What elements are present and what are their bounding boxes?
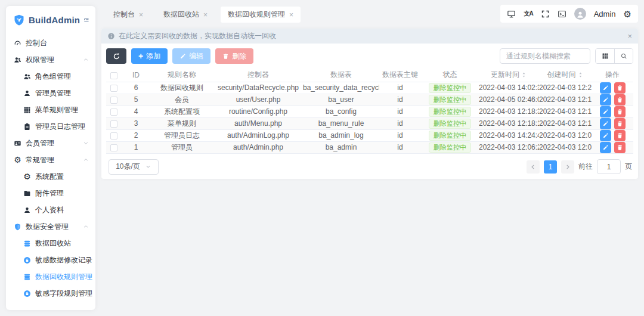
row-checkbox[interactable] (110, 97, 117, 104)
cell-controller: auth/Admin.php (213, 141, 303, 153)
chevron-up-icon (82, 156, 89, 163)
users-icon (14, 56, 21, 64)
delete-row-button[interactable] (614, 82, 626, 94)
sidebar-item-dashboard[interactable]: 控制台 (6, 35, 95, 51)
delete-button[interactable]: 删除 (215, 48, 253, 64)
column-header-id: ID (122, 69, 150, 82)
delete-row-button[interactable] (614, 106, 626, 117)
tab-close-icon[interactable]: × (203, 11, 208, 18)
translate-icon[interactable]: 文A (524, 10, 532, 18)
column-header-label: ID (132, 71, 140, 79)
user-name[interactable]: Admin (594, 10, 616, 18)
next-page-button[interactable] (561, 160, 574, 174)
delete-row-button[interactable] (614, 118, 626, 129)
cell-status: 删除监控中 (421, 82, 479, 94)
avatar[interactable] (574, 8, 586, 20)
table-header-row: ID规则名称控制器数据表数据表主键状态更新时间创建时间操作 (106, 69, 633, 82)
column-header-created[interactable]: 创建时间 (539, 69, 592, 82)
page-size-select[interactable]: 10条/页 (109, 159, 159, 175)
pagination: 10条/页 1 前往 页 (101, 154, 638, 175)
cell-id: 6 (122, 82, 150, 94)
edit-row-button[interactable] (600, 118, 611, 129)
sidebar-item-auth[interactable]: 权限管理 (6, 51, 95, 68)
column-toggle-button[interactable] (596, 49, 614, 63)
cell-controller: user/User.php (213, 94, 303, 106)
edit-row-button[interactable] (600, 142, 611, 153)
sidebar-item-label: 敏感字段规则管理 (35, 289, 92, 299)
database-icon (23, 240, 31, 247)
pencil-icon (602, 120, 609, 127)
chevron-right-icon (565, 164, 571, 170)
edit-row-button[interactable] (600, 106, 611, 117)
edit-row-button[interactable] (600, 94, 611, 106)
sidebar-item-auth-log[interactable]: 管理员日志管理 (6, 118, 95, 135)
select-all-header-cell (106, 69, 122, 82)
select-all-checkbox[interactable] (110, 72, 117, 79)
row-checkbox[interactable] (110, 85, 117, 92)
sidebar-item-auth-group[interactable]: 角色组管理 (6, 68, 95, 85)
search-toggle-button[interactable] (614, 49, 633, 63)
sidebar-item-recycle-bin[interactable]: 数据回收站 (6, 235, 95, 252)
row-checkbox[interactable] (110, 144, 117, 151)
edit-button[interactable]: 编辑 (172, 48, 210, 64)
edit-row-button[interactable] (600, 130, 611, 141)
tab-console[interactable]: 控制台× (106, 7, 150, 23)
cell-status: 删除监控中 (421, 106, 479, 117)
info-icon (107, 32, 115, 40)
column-header-name: 规则名称 (150, 69, 213, 82)
table-body: 6数据回收规则security/DataRecycle.phpba_securi… (106, 82, 633, 153)
settings-gear-icon[interactable]: ⚙ (624, 10, 631, 18)
id-card-icon (14, 140, 21, 147)
menu-fold-icon[interactable] (83, 15, 89, 24)
cell-id: 3 (122, 117, 150, 129)
refresh-button[interactable] (106, 48, 126, 64)
cell-id: 5 (122, 94, 150, 106)
sidebar-item-user[interactable]: 会员管理 (6, 135, 95, 151)
column-header-updated[interactable]: 更新时间 (479, 69, 539, 82)
cell-updated: 2022-04-03 14:24:42 (479, 129, 539, 141)
clipboard-icon (23, 123, 31, 131)
sidebar-item-security[interactable]: 数据安全管理 (6, 218, 95, 235)
sidebar-item-routine[interactable]: ⚙常规管理 (6, 151, 95, 168)
add-button[interactable]: + 添加 (131, 48, 168, 64)
monitor-icon[interactable] (507, 10, 516, 18)
sidebar-item-label: 系统配置 (35, 172, 64, 182)
sidebar-item-sensitive-log[interactable]: 敏感数据修改记录 (6, 252, 95, 268)
tab-close-icon[interactable]: × (139, 11, 143, 18)
cell-ops (592, 106, 633, 117)
sort-icon[interactable] (577, 72, 584, 78)
edit-button-label: 编辑 (189, 51, 203, 61)
sidebar-item-auth-admin[interactable]: 管理员管理 (6, 85, 95, 101)
prev-page-button[interactable] (527, 160, 540, 174)
delete-row-button[interactable] (614, 142, 626, 153)
row-select-cell (106, 106, 122, 117)
alert-close-icon[interactable]: × (627, 32, 632, 40)
sidebar-item-profile[interactable]: 个人资料 (6, 202, 95, 218)
cell-id: 1 (122, 141, 150, 153)
sidebar-item-attachment[interactable]: 附件管理 (6, 185, 95, 202)
sort-icon[interactable] (521, 72, 527, 78)
delete-row-button[interactable] (614, 94, 626, 106)
cell-status: 删除监控中 (421, 117, 479, 129)
sidebar-item-config[interactable]: ⚙系统配置 (6, 168, 95, 185)
fullscreen-icon[interactable] (541, 10, 550, 18)
row-checkbox[interactable] (110, 109, 117, 116)
tab-bar: 控制台×数据回收站×数据回收规则管理× (106, 7, 301, 23)
search-input[interactable] (500, 48, 590, 64)
sidebar-item-auth-menu[interactable]: 菜单规则管理 (6, 101, 95, 118)
page-number-current[interactable]: 1 (544, 160, 557, 174)
tab-recycle-rule[interactable]: 数据回收规则管理× (221, 7, 301, 23)
column-header-label: 控制器 (247, 70, 269, 80)
sidebar-item-sensitive-rule[interactable]: 敏感字段规则管理 (6, 285, 95, 302)
terminal-icon[interactable] (558, 10, 566, 18)
row-checkbox[interactable] (110, 120, 117, 128)
delete-row-button[interactable] (614, 130, 626, 141)
edit-row-button[interactable] (600, 82, 611, 94)
sidebar-item-recycle-rule[interactable]: 数据回收规则管理 (6, 268, 95, 285)
tab-close-icon[interactable]: × (289, 11, 293, 18)
goto-page-input[interactable] (597, 159, 621, 174)
row-checkbox[interactable] (110, 132, 117, 140)
cell-created: 2022-04-03 12:18:30 (539, 106, 592, 117)
tab-recycle-bin[interactable]: 数据回收站× (156, 7, 215, 23)
database-icon (23, 273, 31, 281)
